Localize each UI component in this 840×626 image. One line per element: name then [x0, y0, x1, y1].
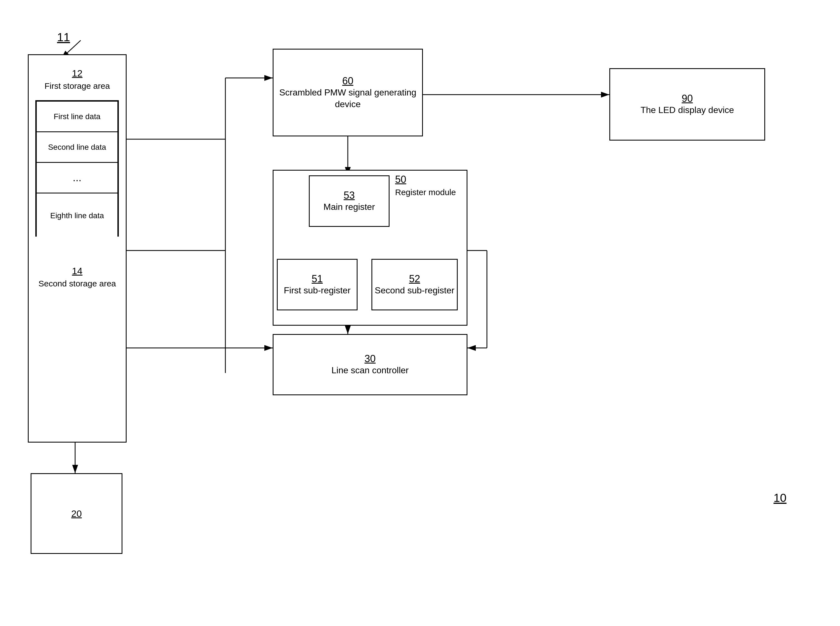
box-52: 52 Second sub-register: [372, 259, 458, 310]
box-20: 20: [31, 473, 122, 554]
diagram: 11 12 First storage area First line data…: [0, 0, 840, 626]
ellipsis-data: ...: [37, 163, 117, 194]
box-60: 60 Scrambled PMW signal generating devic…: [273, 49, 423, 136]
box-53: 53 Main register: [309, 175, 390, 227]
box-51: 51 First sub-register: [277, 259, 358, 310]
first-storage-inner-box: First line data Second line data ... Eig…: [35, 100, 119, 236]
first-storage-label: 12 First storage area: [36, 67, 118, 92]
second-storage-label: 14 Second storage area: [36, 264, 118, 290]
register-module-label: 50 Register module: [395, 172, 467, 198]
ref-11: 11: [57, 29, 70, 45]
ref-10: 10: [773, 490, 787, 506]
first-line-data: First line data: [37, 102, 117, 132]
eighth-line-data: Eighth line data: [37, 194, 117, 238]
box-90: 90 The LED display device: [609, 68, 765, 141]
second-line-data: Second line data: [37, 132, 117, 163]
box-30: 30 Line scan controller: [273, 334, 467, 395]
